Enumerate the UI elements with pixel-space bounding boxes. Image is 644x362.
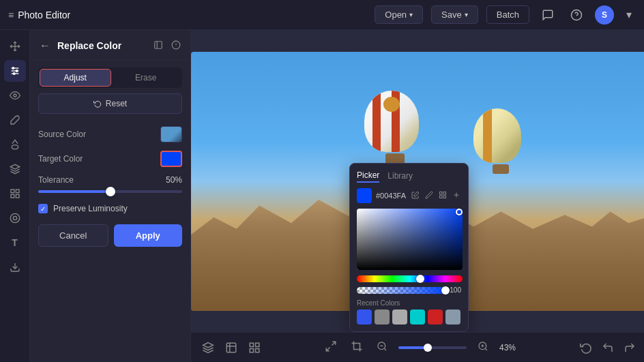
target-color-row: Target Color	[30, 147, 190, 171]
account-chevron[interactable]: ▾	[622, 4, 636, 25]
text-tool-button[interactable]: T	[4, 232, 26, 254]
zoom-value: 43%	[499, 343, 516, 352]
history-button[interactable]	[577, 339, 595, 357]
target-color-label: Target Color	[38, 154, 155, 164]
info-button[interactable]	[170, 39, 182, 53]
recent-colors-label: Recent Colors	[357, 299, 461, 307]
tolerance-slider[interactable]	[38, 190, 182, 193]
svg-line-38	[326, 347, 330, 350]
svg-rect-19	[155, 41, 162, 48]
svg-point-17	[13, 216, 16, 220]
brush-tool-button[interactable]	[4, 109, 26, 131]
preserve-luminosity-row: ✓ Preserve Luminosity	[30, 200, 190, 217]
batch-button[interactable]: Batch	[486, 5, 529, 24]
panel-title: Replace Color	[57, 40, 147, 51]
zoom-slider[interactable]	[398, 346, 467, 349]
back-button[interactable]: ←	[38, 38, 52, 53]
recent-color-blue[interactable]	[357, 310, 372, 325]
adjust-tool-button[interactable]	[4, 60, 26, 82]
layers-tool-button[interactable]	[4, 158, 26, 180]
svg-marker-24	[414, 192, 419, 196]
tab-row: Adjust Erase	[38, 67, 182, 88]
svg-rect-34	[256, 343, 259, 346]
recent-color-red[interactable]	[428, 310, 443, 325]
zoom-thumb[interactable]	[424, 344, 432, 352]
panel-header: ← Replace Color	[30, 30, 190, 61]
preserve-luminosity-checkbox[interactable]: ✓	[38, 204, 48, 213]
svg-rect-12	[11, 190, 14, 193]
layers-button[interactable]	[199, 339, 217, 357]
opacity-row: 100	[357, 286, 461, 294]
picker-add[interactable]	[451, 190, 462, 202]
preserve-luminosity-label: Preserve Luminosity	[53, 204, 128, 213]
target-color-swatch[interactable]	[160, 151, 182, 167]
move-tool-button[interactable]	[4, 35, 26, 57]
undo-button[interactable]	[599, 339, 617, 357]
avatar[interactable]: S	[595, 5, 614, 25]
recent-color-cyan[interactable]	[410, 310, 425, 325]
bottom-bar: 43%	[191, 332, 644, 362]
apply-button[interactable]: Apply	[114, 224, 183, 247]
svg-point-16	[10, 213, 19, 222]
svg-point-8	[16, 70, 18, 72]
source-color-swatch[interactable]	[160, 126, 182, 142]
svg-rect-33	[250, 343, 253, 346]
opacity-thumb[interactable]	[441, 286, 450, 295]
open-button[interactable]: Open ▾	[375, 5, 423, 24]
grid-button[interactable]	[246, 339, 263, 357]
save-button[interactable]: Save ▾	[431, 5, 478, 24]
redo-button[interactable]	[621, 339, 639, 357]
reset-button[interactable]: Reset	[38, 93, 182, 114]
picker-grid[interactable]	[437, 190, 448, 202]
hue-slider[interactable]	[357, 275, 463, 282]
opacity-slider[interactable]	[357, 287, 445, 294]
picker-eyedropper[interactable]	[410, 190, 421, 202]
action-row: Cancel Apply	[38, 224, 182, 247]
bookmark-button[interactable]	[152, 39, 164, 53]
comment-button[interactable]	[538, 5, 558, 25]
picker-tab-library[interactable]: Library	[387, 170, 413, 183]
gradient-cursor[interactable]	[456, 209, 463, 215]
reset-label: Reset	[106, 99, 127, 108]
effects-tool-button[interactable]	[4, 207, 26, 229]
left-toolbar: T	[0, 30, 30, 362]
svg-rect-39	[353, 343, 360, 349]
picker-pen[interactable]	[424, 190, 435, 202]
menu-icon[interactable]: ≡	[8, 10, 14, 20]
opacity-value: 100	[450, 286, 461, 294]
app-title: Photo Editor	[18, 10, 70, 20]
picker-tab-picker[interactable]: Picker	[357, 170, 379, 183]
main-area: T ← Replace Color Adjust Erase Reset Sou…	[0, 30, 644, 362]
help-button[interactable]	[566, 5, 587, 25]
bottom-right-tools	[577, 339, 639, 357]
source-color-row: Source Color	[30, 122, 190, 147]
canvas-area: Picker Library #0043FA	[191, 30, 644, 362]
hue-thumb[interactable]	[416, 275, 424, 283]
header: ≡ Photo Editor Open ▾ Save ▾ Batch S ▾	[0, 0, 644, 30]
transform-button[interactable]	[222, 339, 240, 357]
zoom-controls: 43%	[322, 337, 516, 358]
export-tool-button[interactable]	[4, 256, 26, 278]
recent-color-gray2[interactable]	[392, 310, 407, 325]
picker-color-bar: #0043FA	[357, 188, 461, 203]
svg-rect-14	[16, 194, 19, 198]
expand-button[interactable]	[322, 337, 340, 358]
objects-tool-button[interactable]	[4, 183, 26, 205]
svg-rect-25	[440, 192, 443, 194]
zoom-in-button[interactable]	[475, 338, 491, 357]
zoom-out-button[interactable]	[374, 338, 390, 357]
cancel-button[interactable]: Cancel	[38, 224, 108, 247]
recent-color-slate[interactable]	[445, 310, 460, 325]
svg-line-37	[332, 342, 335, 345]
svg-point-7	[12, 67, 14, 70]
svg-rect-28	[440, 196, 443, 198]
canvas-container[interactable]: Picker Library #0043FA	[191, 30, 644, 332]
crop-button[interactable]	[348, 337, 366, 358]
recent-color-gray1[interactable]	[375, 310, 390, 325]
tab-adjust[interactable]: Adjust	[40, 69, 111, 87]
view-tool-button[interactable]	[4, 85, 26, 106]
paint-tool-button[interactable]	[4, 134, 26, 155]
gradient-canvas[interactable]	[357, 209, 463, 270]
svg-marker-31	[203, 342, 214, 348]
tab-erase[interactable]: Erase	[111, 69, 181, 87]
